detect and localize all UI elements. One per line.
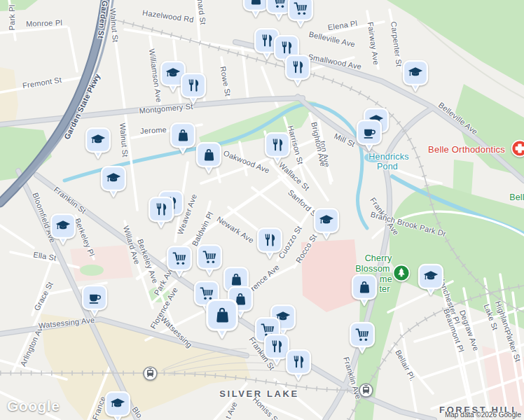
street-label: Franklin Ave xyxy=(368,196,401,237)
street-label: Smallwood Ave xyxy=(308,52,362,71)
street-label: Baldwin Pl xyxy=(191,211,215,248)
poi-marker-restaurant[interactable] xyxy=(180,72,207,105)
poi-marker-shopping-cart[interactable] xyxy=(349,321,375,354)
street-label: Carpenter St xyxy=(389,21,404,67)
poi-marker-train-station[interactable] xyxy=(143,366,158,381)
street-label: Jerome xyxy=(140,125,167,135)
street-label: Fremont St xyxy=(22,76,62,90)
water-label: Hendricks xyxy=(368,152,408,162)
street-label: Monroe Pl xyxy=(26,18,62,28)
poi-marker-restaurant[interactable] xyxy=(264,132,291,164)
street-label: Fairway Ave xyxy=(366,22,381,66)
map-viewport[interactable]: Park PlMonroe PlGarden StHazelwood Rdhar… xyxy=(0,0,524,420)
poi-marker-school[interactable] xyxy=(418,263,444,296)
poi-marker-school[interactable] xyxy=(50,213,76,246)
poi-marker-school[interactable] xyxy=(313,207,340,240)
poi-marker-school[interactable] xyxy=(104,391,131,420)
street-label: Bellair Pl. xyxy=(394,349,417,383)
street-label: Honiss St xyxy=(251,395,281,420)
park-label: me xyxy=(380,274,392,284)
poi-marker-shopping-cart[interactable] xyxy=(166,245,193,278)
poi-marker-train-station[interactable] xyxy=(359,383,373,398)
street-label: Grace St xyxy=(32,280,55,312)
street-label: Walnut St xyxy=(118,122,130,158)
park-label: Bell xyxy=(509,192,524,202)
street-label: Watsessing xyxy=(159,314,194,349)
poi-marker-school[interactable] xyxy=(100,165,127,198)
street-label: Degraw Ave xyxy=(458,309,481,352)
street-label: Berkeley Pl xyxy=(74,217,97,258)
street-label: Belleville Ave xyxy=(437,101,480,136)
poi-marker-restaurant[interactable] xyxy=(256,227,283,260)
poi-marker-cafe[interactable] xyxy=(81,284,108,317)
poi-text-label[interactable]: Belle Orthodontics xyxy=(428,144,505,155)
park-label: Cherry xyxy=(365,253,392,263)
street-label: Walnut St xyxy=(109,8,120,43)
poi-marker-restaurant[interactable] xyxy=(148,196,174,229)
street-label: Park Pl xyxy=(8,5,16,31)
poi-marker-shopping-cart[interactable] xyxy=(287,0,314,28)
street-label: Parker St xyxy=(503,329,523,363)
street-label: Arlington Ave xyxy=(18,321,46,368)
street-label: Mill St xyxy=(333,132,356,148)
street-label: Branch Brook Park Dr xyxy=(370,210,447,238)
street-label: Watsessing Ave xyxy=(38,316,95,330)
poi-marker-shopping-bag[interactable] xyxy=(170,122,196,155)
street-label: Hazelwood Rd xyxy=(142,8,195,24)
poi-marker-school[interactable] xyxy=(85,127,111,160)
street-label: Newark Ave xyxy=(215,214,255,244)
poi-marker-cafe[interactable] xyxy=(356,119,382,152)
street-label: Highland Ave xyxy=(494,300,518,346)
poi-overlay: Park PlMonroe PlGarden StHazelwood Rdhar… xyxy=(0,0,524,420)
street-label: Franklin St xyxy=(53,185,88,215)
street-label: Elena Pl xyxy=(327,19,358,32)
street-label: Florence Ave xyxy=(149,286,179,330)
poi-marker-restaurant[interactable] xyxy=(284,54,311,87)
street-label: ton Ave xyxy=(319,140,331,167)
highway-label: Garden St xyxy=(97,0,110,38)
street-label: Wallace St xyxy=(277,160,311,192)
poi-marker-restaurant[interactable] xyxy=(285,349,312,382)
map-attribution: Map data ©2026 Google xyxy=(445,411,521,419)
street-label: Belleville Ave xyxy=(308,30,356,49)
street-label: Willard Ave xyxy=(122,225,142,265)
poi-marker-shopping-bag[interactable] xyxy=(195,141,222,174)
poi-marker-hospital[interactable] xyxy=(511,139,524,158)
poi-marker-school[interactable] xyxy=(402,59,429,92)
poi-marker-shopping-bag[interactable] xyxy=(351,274,378,307)
street-label: Ella St xyxy=(33,250,57,262)
street-label: Blo xyxy=(130,405,144,419)
poi-marker-shopping-cart[interactable] xyxy=(196,244,223,276)
street-label: t Ave xyxy=(223,400,239,420)
area-label: SILVER LAKE xyxy=(219,388,299,399)
water-label: Pond xyxy=(377,162,398,172)
poi-marker-park-tree[interactable] xyxy=(392,264,411,282)
street-label: Berkeley Ave xyxy=(136,238,160,285)
park-label: ter xyxy=(379,284,389,294)
street-label: Rowe St xyxy=(219,66,232,97)
park-label: Blossom xyxy=(355,264,389,274)
street-label: Brighton Ave xyxy=(310,121,327,167)
street-label: Lake St xyxy=(483,303,500,331)
poi-marker-shopping-bag[interactable] xyxy=(205,298,239,340)
street-label: hard St xyxy=(196,0,207,25)
street-label: Beaumont Pl xyxy=(442,307,466,353)
google-logo[interactable]: Google xyxy=(7,398,60,414)
